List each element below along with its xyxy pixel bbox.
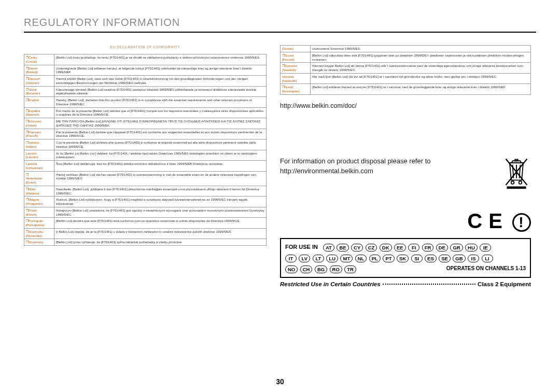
declaration-cell: Niniejszym [Belkin Ltd] oświadcza, że [F… <box>54 207 267 218</box>
country-code: DK <box>380 244 392 251</box>
declaration-cell: [I Belkin Ltd] izjavlja, da je ta [F7D14… <box>54 228 267 239</box>
restricted-use-line: Restricted Use in Certain Countries Clas… <box>280 281 531 287</box>
svg-point-4 <box>519 181 522 184</box>
lang-cell: ❐Svenska [Swedish] <box>281 63 311 74</box>
lang-cell: ❐Español [Spanish] <box>24 107 54 118</box>
country-code: BE <box>337 244 348 251</box>
country-code: CZ <box>366 244 377 251</box>
country-code: IE <box>480 244 491 251</box>
country-code: IT <box>285 255 297 262</box>
title-rule <box>24 32 536 33</box>
declaration-cell: Undertegnede [Belkin Ltd] erklærer herve… <box>54 65 267 76</box>
page-number: 30 <box>0 377 560 386</box>
country-code: LV <box>299 255 310 262</box>
lang-cell: Latviski [Latvian] <box>24 150 54 161</box>
lang-cell: ❐Magyar [Hungarian] <box>24 197 54 207</box>
lang-cell: ❐Norsk [Norwegian] <box>281 84 311 95</box>
declaration-cell: Por medio de la presente [Belkin Ltd] de… <box>54 107 267 118</box>
weee-bin-icon <box>502 156 531 190</box>
lang-cell: ❐ Nederlands [Dutch] <box>24 171 54 186</box>
class-2-equipment: Class 2 Equipment <box>478 281 531 287</box>
declaration-cell: [Belkin Ltd] týmto vyhlasuje, že [F7D140… <box>54 239 267 246</box>
country-code: CH <box>300 265 313 273</box>
country-code: SI <box>411 255 423 262</box>
lang-cell: ❐Italiano [Italian] <box>24 139 54 150</box>
lang-cell: ❐Slovensko [Slovenian] <box>24 228 54 239</box>
country-code: IS <box>468 255 479 262</box>
country-code: TR <box>344 265 356 273</box>
conformity-table-left: ❐Česky [Czech][Belkin Ltd] tímto prohlaš… <box>24 54 267 246</box>
svg-rect-7 <box>507 186 526 189</box>
disposal-text: For information on product disposal plea… <box>280 156 492 176</box>
declaration-cell: Käesolevaga kinnitab [Belkin Ltd] seadme… <box>54 86 267 97</box>
lang-cell: ❐Français [French] <box>24 129 54 139</box>
declaration-cell: [Belkin Ltd] declara que este [F7D1401] … <box>54 218 267 229</box>
country-code: GB <box>453 255 465 262</box>
declaration-cell: Hiermit erklärt [Belkin Ltd], dass sich … <box>54 76 267 87</box>
country-code: AT <box>323 244 334 251</box>
declaration-cell: [Belkin Ltd] tímto prohlašuje, že tento … <box>54 54 267 65</box>
country-code: ES <box>425 255 437 262</box>
country-code: SE <box>439 255 451 262</box>
country-code: FR <box>422 244 434 251</box>
lang-cell: ❐Polski [Polish] <box>24 207 54 218</box>
declaration-cell: [Belkin Ltd] erklærer herved at utstyret… <box>311 84 531 95</box>
lang-cell: Lietuvių [Lithuanian] <box>24 161 54 172</box>
lang-cell: ❐Deutsch [German] <box>24 76 54 87</box>
country-code: MT <box>340 255 353 262</box>
lang-cell: ❐Slovensky <box>24 239 54 246</box>
declaration-cell: Hereby, [Belkin Ltd], declares that this… <box>54 97 267 108</box>
disposal-line2: http://environmental.belkin.com <box>280 167 373 175</box>
declaration-cell: Alulírott, [Belkin Ltd] nyilatkozom, hog… <box>54 197 267 207</box>
declaration-cell: [Belkin Ltd] vakuuttaa täten että [F7D14… <box>311 52 531 63</box>
declaration-cell: Hierbij verklaart [Belkin Ltd] dat het t… <box>54 171 267 186</box>
restricted-label: Restricted Use in Certain Countries <box>280 281 381 287</box>
lang-cell: ❐Česky [Czech] <box>24 54 54 65</box>
country-code: NO <box>285 265 298 273</box>
country-code: HU <box>465 244 478 251</box>
country-code: LT <box>313 255 324 262</box>
lang-cell: ❐Malti [Maltese] <box>24 186 54 197</box>
declaration-cell: Härmed intygar Belkin Ltd] att denna [F7… <box>311 63 531 74</box>
country-code: SK <box>397 255 409 262</box>
declaration-cell: ΜΕ ΤΗΝ ΠΑΡΟΥΣΑ [Belkin Ltd] ΔΗΛΩΝΕΙ ΟΤΙ … <box>54 118 267 129</box>
operates-channels: OPERATES ON CHANNELS 1-13 <box>446 265 526 271</box>
declaration-heading: EU DECLARATION OF CONFORMITY <box>24 45 267 49</box>
lang-cell: ❐Ελληνική [Greek] <box>24 118 54 129</box>
lang-cell: Íslenska [Icelandic] <box>281 73 311 84</box>
country-code: RO <box>330 265 342 273</box>
lang-cell: ❐ Eesti [Estonian] <box>24 86 54 97</box>
declaration-cell: Šiuo [Belkin Ltd] deklaruoja, kad šis [F… <box>54 161 267 172</box>
declaration-cell: Con la presente [Belkin Ltd] dichiara ch… <box>54 139 267 150</box>
country-code: PL <box>369 255 381 262</box>
lang-cell: [Slovak] <box>281 46 311 52</box>
country-code: EE <box>394 244 406 251</box>
declaration-cell: ustanovenia Smernice 1999/5/ES. <box>311 46 531 52</box>
lang-cell: ❐English <box>24 97 54 108</box>
country-code: NL <box>355 255 367 262</box>
doc-url: http://www.belkin.com/doc/ <box>280 102 531 109</box>
svg-point-3 <box>511 181 514 184</box>
country-code: LU <box>326 255 338 262</box>
lang-cell: ❐Dansk [Danish] <box>24 65 54 76</box>
lang-cell: ❐Suomi [Finnish] <box>281 52 311 63</box>
country-code: PT <box>383 255 394 262</box>
conformity-table-right: [Slovak]ustanovenia Smernice 1999/5/ES.❐… <box>280 45 531 95</box>
country-use-box: FOR USE IN AT BE CY CZ DK EE FI FR DE GR… <box>280 238 531 278</box>
for-use-label: FOR USE IN <box>285 244 318 250</box>
country-code: GR <box>450 244 463 251</box>
declaration-cell: Par la présente [Belkin Ltd] déclare que… <box>54 129 267 139</box>
lang-cell: ❐Português [Portuguese] <box>24 218 54 229</box>
page-title: REGULATORY INFORMATION <box>24 17 536 29</box>
country-code: FI <box>408 244 419 251</box>
country-code: DE <box>436 244 448 251</box>
declaration-cell: Hawnhekk, [Belkin Ltd], jiddikjara li da… <box>54 186 267 197</box>
disposal-line1: For information on product disposal plea… <box>280 157 431 165</box>
country-code: CY <box>351 244 363 251</box>
declaration-cell: Ar šo [Belkin Ltd Belkin Ltd ] deklarē, … <box>54 150 267 161</box>
country-code: LI <box>482 255 493 262</box>
declaration-cell: Hér með lýsir [Belkin Ltd] yfir því að [… <box>311 73 531 84</box>
ce-mark: C E ! <box>280 209 531 233</box>
country-code: BG <box>315 265 327 273</box>
